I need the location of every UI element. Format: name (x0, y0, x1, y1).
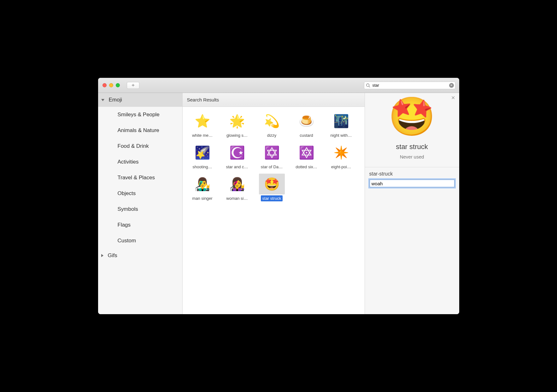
emoji-label: woman si… (225, 195, 249, 201)
sidebar-item-label: Travel & Places (118, 175, 155, 181)
emoji-label: night with… (329, 132, 354, 138)
sidebar-item-animals-nature[interactable]: Animals & Nature (98, 123, 182, 138)
sidebar-item-label: Objects (118, 190, 136, 197)
emoji-glyph-icon: 🌃 (333, 115, 349, 127)
sidebar-item-label: Animals & Nature (118, 127, 159, 134)
sidebar-section-emoji[interactable]: Emoji (98, 93, 182, 107)
emoji-label: custard (298, 132, 315, 138)
emoji-cell[interactable]: ✡️star of Da… (255, 140, 289, 172)
detail-usage-label: Never used (400, 154, 424, 159)
emoji-label: shooting… (191, 164, 214, 170)
emoji-cell[interactable]: 🌃night with… (324, 109, 359, 140)
sidebar-item-flags[interactable]: Flags (98, 217, 182, 233)
sidebar-item-label: Food & Drink (118, 143, 149, 149)
alias-input[interactable] (369, 179, 455, 187)
add-button[interactable]: ＋ (127, 82, 139, 89)
clear-search-icon[interactable]: ✕ (449, 83, 454, 88)
detail-body: star-struck (365, 167, 459, 191)
sidebar-item-food-drink[interactable]: Food & Drink (98, 138, 182, 154)
results-panel: Search Results ⭐white me…🌟glowing s…💫diz… (183, 93, 365, 314)
emoji-glyph-icon: ✡️ (264, 146, 280, 159)
emoji-cell[interactable]: 💫dizzy (255, 109, 289, 140)
emoji-glyph-icon: 🤩 (264, 178, 280, 190)
sidebar-item-symbols[interactable]: Symbols (98, 201, 182, 217)
emoji-cell[interactable]: 🤩star struck (255, 172, 289, 203)
emoji-cell[interactable]: 👩‍🎤woman si… (220, 172, 255, 203)
emoji-glyph-icon: 👩‍🎤 (229, 178, 245, 190)
emoji-icon-box: ⭐ (190, 111, 215, 131)
svg-line-1 (369, 86, 370, 87)
emoji-glyph-icon: 🍮 (299, 115, 314, 127)
emoji-cell[interactable]: 🔯dotted six… (289, 140, 324, 172)
sidebar-item-custom[interactable]: Custom (98, 233, 182, 249)
emoji-label: man singer (191, 195, 214, 201)
emoji-icon-box: 🤩 (259, 174, 285, 194)
close-detail-button[interactable]: ✕ (450, 95, 456, 101)
sidebar-item-label: Activities (118, 159, 139, 165)
emoji-label: star struck (261, 195, 283, 201)
emoji-glyph-icon: ☪️ (229, 146, 245, 159)
close-window-button[interactable] (103, 83, 107, 87)
emoji-glyph-icon: 🌟 (229, 115, 245, 127)
emoji-cell[interactable]: ✴️eight-poi… (324, 140, 359, 172)
emoji-icon-box: 💫 (259, 111, 285, 131)
detail-emoji-preview: 🤩 (388, 97, 436, 135)
detail-panel: ✕ 🤩 star struck Never used star-struck (365, 93, 459, 314)
detail-top: ✕ 🤩 star struck Never used (365, 93, 459, 167)
emoji-icon-box: 🔯 (294, 142, 320, 163)
sidebar-item-label: Flags (118, 222, 131, 228)
close-icon: ✕ (451, 95, 455, 101)
emoji-cell[interactable]: 🍮custard (289, 109, 324, 140)
emoji-cell[interactable]: ⭐white me… (185, 109, 220, 140)
detail-slug-label: star-struck (369, 171, 455, 177)
sidebar-item-label: Smileys & People (118, 112, 160, 118)
emoji-icon-box: 🌃 (328, 111, 354, 131)
emoji-icon-box: ✴️ (328, 142, 354, 163)
disclosure-triangle-icon (101, 254, 103, 257)
emoji-glyph-icon: 🔯 (299, 146, 314, 159)
emoji-label: star of Da… (259, 164, 284, 170)
detail-emoji-name: star struck (396, 143, 428, 151)
sidebar-item-label: Custom (118, 238, 136, 244)
minimize-window-button[interactable] (109, 83, 113, 87)
emoji-glyph-icon: ✴️ (333, 146, 349, 159)
disclosure-triangle-icon (101, 99, 104, 101)
sidebar-section-label: Emoji (109, 97, 122, 103)
emoji-cell[interactable]: ☪️star and c… (220, 140, 255, 172)
emoji-icon-box: 🌠 (190, 142, 215, 163)
emoji-icon-box: ✡️ (259, 142, 285, 163)
emoji-label: dotted six… (294, 164, 319, 170)
emoji-cell[interactable]: 🌠shooting… (185, 140, 220, 172)
sidebar-item-travel-places[interactable]: Travel & Places (98, 170, 182, 186)
sidebar-item-smileys-people[interactable]: Smileys & People (98, 107, 182, 123)
emoji-label: eight-poi… (330, 164, 353, 170)
emoji-picker-window: ＋ ✕ Emoji Smileys & People Animals & N (98, 78, 459, 314)
search-icon (366, 83, 370, 88)
search-field-wrap: ✕ (364, 82, 455, 89)
emoji-cell[interactable]: 👨‍🎤man singer (185, 172, 220, 203)
titlebar: ＋ ✕ (98, 78, 459, 93)
traffic-lights (102, 83, 120, 87)
emoji-glyph-icon: 👨‍🎤 (195, 178, 210, 190)
sidebar-section-gifs[interactable]: Gifs (98, 249, 182, 262)
emoji-icon-box: 🍮 (294, 111, 320, 131)
results-grid: ⭐white me…🌟glowing s…💫dizzy🍮custard🌃nigh… (183, 107, 365, 205)
search-input[interactable] (364, 82, 455, 89)
emoji-label: dizzy (266, 132, 278, 138)
sidebar-item-objects[interactable]: Objects (98, 186, 182, 201)
zoom-window-button[interactable] (116, 83, 120, 87)
sidebar-item-label: Symbols (118, 206, 138, 212)
emoji-icon-box: 👩‍🎤 (224, 174, 250, 194)
emoji-glyph-icon: 🌠 (195, 146, 210, 159)
emoji-cell[interactable]: 🌟glowing s… (220, 109, 255, 140)
sidebar: Emoji Smileys & People Animals & Nature … (98, 93, 183, 314)
plus-icon: ＋ (131, 82, 136, 89)
emoji-label: star and c… (224, 164, 249, 170)
sidebar-item-activities[interactable]: Activities (98, 154, 182, 170)
results-header-label: Search Results (187, 97, 219, 102)
emoji-glyph-icon: 💫 (264, 115, 280, 127)
svg-point-0 (366, 84, 369, 86)
emoji-glyph-icon: ⭐ (195, 115, 210, 127)
sidebar-section-label: Gifs (108, 252, 117, 259)
content-area: Emoji Smileys & People Animals & Nature … (98, 93, 459, 314)
